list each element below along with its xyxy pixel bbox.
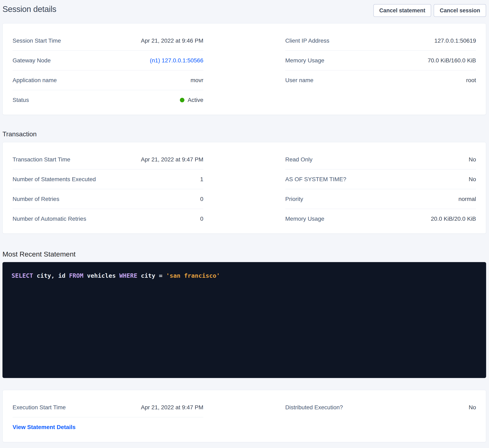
transaction-right-column: Read Only No AS OF SYSTEM TIME? No Prior… xyxy=(285,150,476,229)
statements-executed-value: 1 xyxy=(200,176,203,183)
distributed-execution-row: Distributed Execution? No xyxy=(285,398,476,417)
transaction-left-column: Transaction Start Time Apr 21, 2022 at 9… xyxy=(13,150,203,229)
as-of-system-time-value: No xyxy=(469,176,476,183)
automatic-retries-label: Number of Automatic Retries xyxy=(13,216,86,222)
client-ip-row: Client IP Address 127.0.0.1:50619 xyxy=(285,31,476,51)
user-name-row: User name root xyxy=(285,70,476,90)
statements-executed-row: Number of Statements Executed 1 xyxy=(13,169,203,189)
sql-statement-line: SELECT city, id FROM vehicles WHERE city… xyxy=(12,272,477,280)
client-ip-label: Client IP Address xyxy=(285,37,329,44)
gateway-node-label: Gateway Node xyxy=(13,57,51,64)
view-statement-details-link[interactable]: View Statement Details xyxy=(13,424,75,431)
transaction-grid: Transaction Start Time Apr 21, 2022 at 9… xyxy=(13,150,476,229)
cancel-session-button[interactable]: Cancel session xyxy=(434,4,486,17)
execution-start-time-value: Apr 21, 2022 at 9:47 PM xyxy=(141,404,203,411)
session-start-time-label: Session Start Time xyxy=(13,37,61,44)
read-only-label: Read Only xyxy=(285,156,312,163)
most-recent-statement-heading: Most Recent Statement xyxy=(2,250,486,258)
application-name-label: Application name xyxy=(13,77,57,83)
gateway-node-link[interactable]: (n1) 127.0.0.1:50566 xyxy=(150,57,203,64)
sql-token-where: WHERE xyxy=(119,272,137,279)
transaction-start-time-value: Apr 21, 2022 at 9:47 PM xyxy=(141,156,203,163)
session-start-time-row: Session Start Time Apr 21, 2022 at 9:46 … xyxy=(13,31,203,51)
sql-token-string-literal: 'san francisco' xyxy=(166,272,220,279)
number-of-retries-row: Number of Retries 0 xyxy=(13,189,203,209)
transaction-memory-usage-value: 20.0 KiB/20.0 KiB xyxy=(431,216,476,222)
automatic-retries-row: Number of Automatic Retries 0 xyxy=(13,209,203,229)
user-name-label: User name xyxy=(285,77,313,83)
session-summary-grid: Session Start Time Apr 21, 2022 at 9:46 … xyxy=(13,31,476,110)
transaction-card: Transaction Start Time Apr 21, 2022 at 9… xyxy=(2,142,486,234)
status-row: Status Active xyxy=(13,90,203,110)
sql-token-columns: city, id xyxy=(33,272,69,279)
transaction-memory-usage-row: Memory Usage 20.0 KiB/20.0 KiB xyxy=(285,209,476,229)
execution-start-time-label: Execution Start Time xyxy=(13,404,66,411)
execution-card: Execution Start Time Apr 21, 2022 at 9:4… xyxy=(2,390,486,442)
session-start-time-value: Apr 21, 2022 at 9:46 PM xyxy=(141,37,203,44)
session-summary-left-column: Session Start Time Apr 21, 2022 at 9:46 … xyxy=(13,31,203,110)
user-name-value: root xyxy=(466,77,476,83)
distributed-execution-label: Distributed Execution? xyxy=(285,404,343,411)
sql-token-condition: city = xyxy=(137,272,166,279)
transaction-start-time-row: Transaction Start Time Apr 21, 2022 at 9… xyxy=(13,150,203,169)
execution-left-column: Execution Start Time Apr 21, 2022 at 9:4… xyxy=(13,398,203,437)
automatic-retries-value: 0 xyxy=(200,216,203,222)
execution-right-column: Distributed Execution? No xyxy=(285,398,476,437)
application-name-row: Application name movr xyxy=(13,70,203,90)
transaction-start-time-label: Transaction Start Time xyxy=(13,156,70,163)
as-of-system-time-row: AS OF SYSTEM TIME? No xyxy=(285,169,476,189)
sql-token-from: FROM xyxy=(69,272,83,279)
session-summary-right-column: Client IP Address 127.0.0.1:50619 Memory… xyxy=(285,31,476,110)
page-title: Session details xyxy=(2,4,56,14)
sql-statement-code-block: SELECT city, id FROM vehicles WHERE city… xyxy=(2,262,486,378)
transaction-section-heading: Transaction xyxy=(2,130,486,138)
read-only-row: Read Only No xyxy=(285,150,476,169)
priority-value: normal xyxy=(458,196,476,202)
gateway-node-row: Gateway Node (n1) 127.0.0.1:50566 xyxy=(13,51,203,70)
execution-grid: Execution Start Time Apr 21, 2022 at 9:4… xyxy=(13,398,476,437)
statements-executed-label: Number of Statements Executed xyxy=(13,176,96,183)
status-text: Active xyxy=(188,97,203,103)
view-statement-details-row: View Statement Details xyxy=(13,417,203,437)
sql-token-select: SELECT xyxy=(12,272,33,279)
sql-token-table: vehicles xyxy=(83,272,119,279)
session-summary-card: Session Start Time Apr 21, 2022 at 9:46 … xyxy=(2,23,486,115)
status-active-dot-icon xyxy=(180,98,184,102)
page-header: Session details Cancel statement Cancel … xyxy=(2,4,486,17)
cancel-statement-button[interactable]: Cancel statement xyxy=(373,4,431,17)
session-memory-usage-label: Memory Usage xyxy=(285,57,324,64)
priority-label: Priority xyxy=(285,196,303,202)
transaction-memory-usage-label: Memory Usage xyxy=(285,216,324,222)
status-label: Status xyxy=(13,97,29,103)
execution-start-time-row: Execution Start Time Apr 21, 2022 at 9:4… xyxy=(13,398,203,417)
application-name-value: movr xyxy=(191,77,203,83)
as-of-system-time-label: AS OF SYSTEM TIME? xyxy=(285,176,346,183)
read-only-value: No xyxy=(469,156,476,163)
header-actions: Cancel statement Cancel session xyxy=(373,4,486,17)
session-details-page: Session details Cancel statement Cancel … xyxy=(0,0,489,448)
number-of-retries-label: Number of Retries xyxy=(13,196,59,202)
distributed-execution-value: No xyxy=(469,404,476,411)
number-of-retries-value: 0 xyxy=(200,196,203,202)
client-ip-value: 127.0.0.1:50619 xyxy=(434,37,476,44)
session-memory-usage-value: 70.0 KiB/160.0 KiB xyxy=(428,57,476,64)
priority-row: Priority normal xyxy=(285,189,476,209)
session-memory-usage-row: Memory Usage 70.0 KiB/160.0 KiB xyxy=(285,51,476,70)
status-value: Active xyxy=(180,97,203,103)
